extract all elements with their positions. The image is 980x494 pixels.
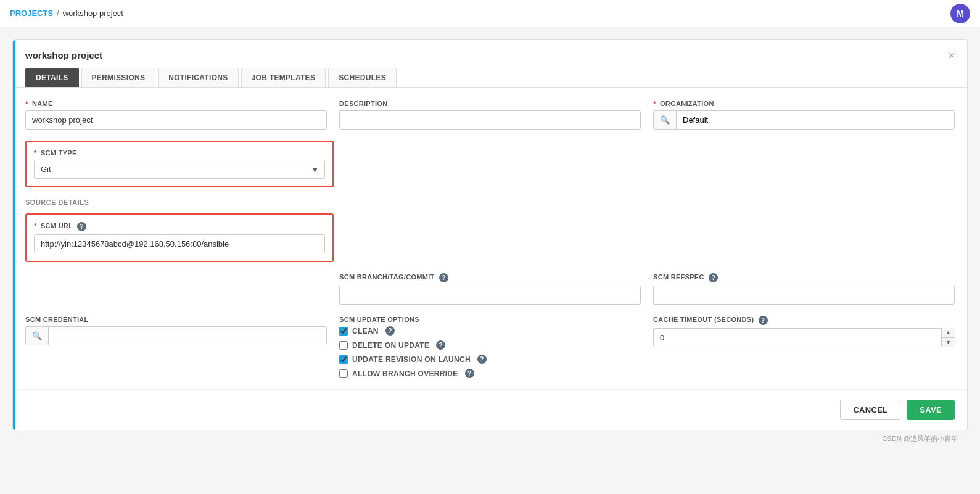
cache-timeout-up[interactable]: ▲ — [942, 328, 955, 338]
form-row-options: SCM CREDENTIAL 🔍 SCM UPDATE OPTIONS CLEA… — [25, 316, 955, 378]
scm-branch-group: SCM BRANCH/TAG/COMMIT ? — [339, 273, 641, 305]
name-label: * NAME — [25, 100, 327, 107]
scm-url-placeholder — [25, 273, 327, 305]
card-indicator — [13, 40, 15, 430]
cache-timeout-spinner: ▲ ▼ — [941, 328, 955, 347]
scm-url-required: * — [34, 222, 37, 229]
allow-branch-checkbox[interactable] — [339, 369, 348, 378]
top-navigation: PROJECTS / workshop project M — [0, 0, 980, 27]
scm-url-group: * SCM URL ? — [34, 222, 325, 253]
clean-help-icon[interactable]: ? — [385, 326, 395, 336]
scm-url-box: * SCM URL ? — [25, 213, 334, 262]
scm-type-select[interactable]: Git SVN Mercurial Manual — [34, 160, 325, 179]
delete-on-update-label: DELETE ON UPDATE — [352, 341, 429, 350]
cache-timeout-down[interactable]: ▼ — [942, 338, 955, 347]
close-button[interactable]: × — [948, 50, 955, 61]
card-footer: CANCEL SAVE — [13, 389, 967, 430]
description-input[interactable] — [339, 110, 641, 130]
organization-search-wrapper: 🔍 — [653, 110, 955, 130]
tab-details[interactable]: DETAILS — [25, 68, 79, 87]
scm-refspec-input[interactable] — [653, 286, 955, 305]
allow-branch-label: ALLOW BRANCH OVERRIDE — [352, 369, 458, 378]
organization-label: * ORGANIZATION — [653, 100, 955, 107]
card-header: workshop project × — [13, 40, 967, 68]
cache-timeout-input[interactable] — [653, 328, 955, 347]
tab-permissions[interactable]: PERMISSIONS — [81, 68, 156, 87]
update-revision-help-icon[interactable]: ? — [477, 355, 487, 364]
clean-label: CLEAN — [352, 327, 379, 336]
scm-update-options-label: SCM UPDATE OPTIONS — [339, 316, 641, 323]
scm-type-select-wrapper: Git SVN Mercurial Manual ▼ — [34, 160, 325, 179]
card-title: workshop project — [25, 50, 102, 68]
scm-url-label: * SCM URL ? — [34, 222, 325, 231]
cache-timeout-group: CACHE TIMEOUT (SECONDS) ? ▲ ▼ — [653, 316, 955, 378]
cancel-button[interactable]: CANCEL — [840, 400, 900, 420]
update-revision-checkbox[interactable] — [339, 355, 348, 364]
projects-link[interactable]: PROJECTS — [10, 9, 53, 18]
cache-timeout-label: CACHE TIMEOUT (SECONDS) ? — [653, 316, 955, 325]
description-group: DESCRIPTION — [339, 100, 641, 130]
scm-type-box: * SCM TYPE Git SVN Mercurial Manual ▼ — [25, 141, 334, 187]
name-group: * NAME — [25, 100, 327, 130]
name-required: * — [25, 100, 28, 107]
allow-branch-help-icon[interactable]: ? — [465, 369, 474, 378]
scm-refspec-help-icon[interactable]: ? — [709, 273, 718, 282]
scm-refspec-label: SCM REFSPEC ? — [653, 273, 955, 282]
scm-branch-label: SCM BRANCH/TAG/COMMIT ? — [339, 273, 641, 282]
name-input[interactable] — [25, 110, 327, 130]
form-content: * NAME DESCRIPTION * ORGANIZATION 🔍 — [13, 88, 967, 378]
clean-checkbox[interactable] — [339, 327, 348, 336]
breadcrumb: PROJECTS / workshop project — [10, 9, 123, 18]
scm-type-group: * SCM TYPE Git SVN Mercurial Manual ▼ — [34, 149, 325, 179]
delete-on-update-checkbox-item[interactable]: DELETE ON UPDATE ? — [339, 340, 641, 350]
organization-search-icon[interactable]: 🔍 — [654, 111, 677, 129]
scm-type-label: * SCM TYPE — [34, 149, 325, 157]
scm-update-options-group: SCM UPDATE OPTIONS CLEAN ? DELETE ON UPD… — [339, 316, 641, 378]
scm-credential-wrapper: 🔍 — [25, 326, 327, 345]
scm-type-section: * SCM TYPE Git SVN Mercurial Manual ▼ — [25, 141, 955, 187]
breadcrumb-current: workshop project — [63, 9, 123, 18]
form-row-1: * NAME DESCRIPTION * ORGANIZATION 🔍 — [25, 100, 955, 130]
cache-timeout-wrapper: ▲ ▼ — [653, 328, 955, 347]
scm-type-required: * — [34, 149, 37, 157]
save-button[interactable]: SAVE — [907, 400, 955, 420]
update-revision-checkbox-item[interactable]: UPDATE REVISION ON LAUNCH ? — [339, 355, 641, 364]
watermark: CSDN @追风筝的小青年 — [12, 430, 968, 447]
scm-credential-label: SCM CREDENTIAL — [25, 316, 327, 323]
scm-credential-input[interactable] — [49, 327, 326, 345]
scm-credential-search-icon[interactable]: 🔍 — [26, 327, 49, 345]
breadcrumb-separator: / — [57, 9, 59, 18]
delete-on-update-help-icon[interactable]: ? — [436, 340, 445, 350]
org-required: * — [653, 100, 656, 107]
description-label: DESCRIPTION — [339, 100, 641, 107]
form-row-scm-details: SCM BRANCH/TAG/COMMIT ? SCM REFSPEC ? — [25, 273, 955, 305]
scm-refspec-group: SCM REFSPEC ? — [653, 273, 955, 305]
scm-credential-group: SCM CREDENTIAL 🔍 — [25, 316, 327, 378]
scm-branch-help-icon[interactable]: ? — [439, 273, 448, 282]
tab-schedules[interactable]: SCHEDULES — [328, 68, 397, 87]
scm-url-input[interactable] — [34, 234, 325, 253]
scm-branch-input[interactable] — [339, 286, 641, 305]
scm-url-help-icon[interactable]: ? — [77, 222, 86, 231]
project-card: workshop project × DETAILS PERMISSIONS N… — [12, 39, 968, 430]
tab-job-templates[interactable]: JOB TEMPLATES — [241, 68, 326, 87]
update-revision-label: UPDATE REVISION ON LAUNCH — [352, 355, 471, 364]
allow-branch-checkbox-item[interactable]: ALLOW BRANCH OVERRIDE ? — [339, 369, 641, 378]
user-avatar[interactable]: M — [950, 4, 970, 23]
tab-notifications[interactable]: NOTIFICATIONS — [158, 68, 238, 87]
organization-input[interactable] — [677, 111, 954, 129]
delete-on-update-checkbox[interactable] — [339, 341, 348, 350]
source-details-label: SOURCE DETAILS — [25, 199, 955, 206]
checkbox-group: CLEAN ? DELETE ON UPDATE ? UPDATE REVISI… — [339, 326, 641, 378]
main-content: workshop project × DETAILS PERMISSIONS N… — [0, 27, 980, 494]
cache-timeout-help-icon[interactable]: ? — [759, 316, 768, 325]
organization-group: * ORGANIZATION 🔍 — [653, 100, 955, 130]
clean-checkbox-item[interactable]: CLEAN ? — [339, 326, 641, 336]
tabs-container: DETAILS PERMISSIONS NOTIFICATIONS JOB TE… — [13, 68, 967, 88]
